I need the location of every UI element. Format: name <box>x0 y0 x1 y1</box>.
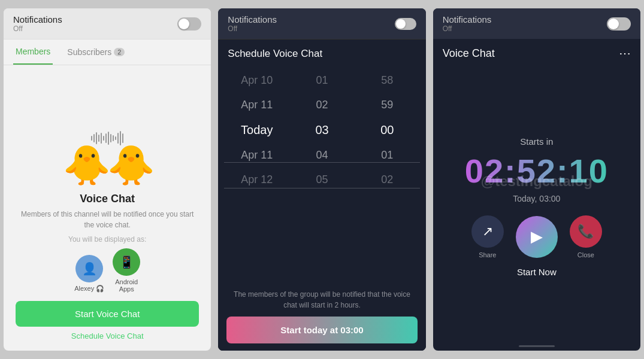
wv2 <box>93 134 95 142</box>
avatars-row: 👤 Alexey 🎧 📱 AndroidApps <box>74 248 140 293</box>
duck-illustration <box>65 77 149 131</box>
time-picker: Apr 10 Apr 11 Today Apr 11 Apr 12 01 02 … <box>218 68 425 351</box>
wv4 <box>98 135 99 142</box>
countdown-section: @testingcatalog Starts in 02:52:10 Today… <box>433 68 640 345</box>
start-today-button[interactable]: Start today at 03:00 <box>226 317 417 343</box>
schedule-voice-chat-link[interactable]: Schedule Voice Chat <box>71 331 144 340</box>
date-row-1: Apr 11 <box>224 93 289 117</box>
members-tabs: Members Subscribers 2 <box>4 39 211 65</box>
wv5 <box>101 133 102 144</box>
countdown-timer: 02:52:10 <box>465 151 609 190</box>
vc-display-label: You will be displayed as: <box>68 235 146 244</box>
minute-column: 58 59 00 01 02 <box>355 68 420 282</box>
panel-voice-chat-live: Notifications Off Voice Chat ⋯ @testingc… <box>433 8 640 351</box>
notif-status-1: Off <box>13 25 62 33</box>
share-button-wrap: ↗ Share <box>471 215 504 258</box>
today-time-label: Today, 03:00 <box>513 194 560 203</box>
notif-title-1: Notifications <box>13 14 62 25</box>
minute-row-4: 02 <box>355 168 420 192</box>
toggle-knob-1 <box>179 19 189 29</box>
minute-row-3: 01 <box>355 143 420 168</box>
avatar-android: 📱 AndroidApps <box>113 248 140 293</box>
notifications-toggle-2[interactable] <box>395 18 416 30</box>
close-button-wrap: 📞 Close <box>570 215 602 258</box>
date-column: Apr 10 Apr 11 Today Apr 11 Apr 12 <box>224 68 289 282</box>
subscribers-tab-label: Subscribers <box>67 47 111 57</box>
minute-row-0: 58 <box>355 68 420 93</box>
vc-live-header: Voice Chat ⋯ <box>433 39 640 68</box>
wv1 <box>91 136 92 141</box>
schedule-footer: The members of the group will be notifie… <box>218 282 425 351</box>
notifications-toggle-1[interactable] <box>177 17 201 31</box>
toggle-knob-3 <box>608 19 619 29</box>
minute-row-1: 59 <box>355 93 420 117</box>
vc-title: Voice Chat <box>80 193 135 205</box>
avatar-alexey-circle: 👤 <box>75 255 103 282</box>
wv14 <box>122 133 123 143</box>
toggle-knob-2 <box>396 19 406 29</box>
notif-text-3: Notifications Off <box>443 14 492 33</box>
hour-row-4: 05 <box>289 168 355 192</box>
starts-in-label: Starts in <box>520 136 553 147</box>
notif-text-1: Notifications Off <box>13 14 62 33</box>
notif-text-2: Notifications Off <box>228 14 277 33</box>
scroll-hint <box>519 345 555 347</box>
vc-content: 🐥🐥 Voice Chat Members of this channel wi… <box>4 65 211 351</box>
notif-status-2: Off <box>228 25 277 33</box>
play-button-wrap: ▶ <box>516 216 558 258</box>
panel-schedule-voice-chat: Notifications Off Schedule Voice Chat Ap… <box>218 8 425 351</box>
hour-column: 01 02 03 04 05 <box>289 68 355 282</box>
notif-title-2: Notifications <box>228 14 277 25</box>
vc-description: Members of this channel will be notified… <box>16 209 199 230</box>
subscribers-badge: 2 <box>114 48 125 56</box>
start-voice-chat-button[interactable]: Start Voice Chat <box>16 301 199 327</box>
play-button[interactable]: ▶ <box>516 216 558 258</box>
date-row-selected: Today <box>224 117 289 143</box>
minute-row-selected: 00 <box>355 117 420 143</box>
close-label: Close <box>578 251 594 258</box>
date-row-0: Apr 10 <box>224 68 289 93</box>
members-tab-label: Members <box>16 47 50 56</box>
action-buttons: ↗ Share ▶ 📞 Close <box>471 215 602 258</box>
panel-voice-chat-setup: Notifications Off Members Subscribers 2 <box>4 8 211 351</box>
tab-subscribers[interactable]: Subscribers 2 <box>65 40 127 64</box>
hour-row-0: 01 <box>289 68 355 93</box>
date-row-4: Apr 12 <box>224 168 289 192</box>
avatar-android-label: AndroidApps <box>115 278 138 293</box>
notifications-toggle-3[interactable] <box>607 17 631 31</box>
hour-row-3: 04 <box>289 143 355 168</box>
share-button[interactable]: ↗ <box>471 215 504 248</box>
wv3 <box>96 132 97 144</box>
share-label: Share <box>479 251 496 258</box>
notifications-bar-1: Notifications Off <box>4 8 211 39</box>
hour-row-1: 02 <box>289 93 355 117</box>
wv10 <box>113 135 114 141</box>
duck-emoji-pair: 🐥🐥 <box>63 143 152 188</box>
schedule-note: The members of the group will be notifie… <box>226 289 417 311</box>
date-row-3: Apr 11 <box>224 143 289 168</box>
notif-status-3: Off <box>443 25 492 33</box>
notif-title-3: Notifications <box>443 14 492 25</box>
avatar-android-circle: 📱 <box>113 248 140 276</box>
wv9 <box>110 134 111 142</box>
close-button[interactable]: 📞 <box>570 215 602 248</box>
notifications-bar-3: Notifications Off <box>433 8 640 39</box>
wv11 <box>115 136 116 140</box>
avatar-alexey-label: Alexey 🎧 <box>74 285 104 293</box>
notifications-bar-2: Notifications Off <box>218 8 425 39</box>
wv7 <box>105 133 107 143</box>
time-scroll-area[interactable]: Apr 10 Apr 11 Today Apr 11 Apr 12 01 02 … <box>218 68 425 282</box>
vc-live-title: Voice Chat <box>443 47 495 60</box>
hour-row-selected: 03 <box>289 117 355 143</box>
tab-members[interactable]: Members <box>13 39 53 65</box>
wv12 <box>117 133 119 144</box>
start-now-label: Start Now <box>517 267 557 277</box>
wv6 <box>103 136 104 141</box>
schedule-header: Schedule Voice Chat <box>218 39 425 68</box>
avatar-alexey: 👤 Alexey 🎧 <box>74 255 104 293</box>
more-options-icon[interactable]: ⋯ <box>619 46 631 60</box>
